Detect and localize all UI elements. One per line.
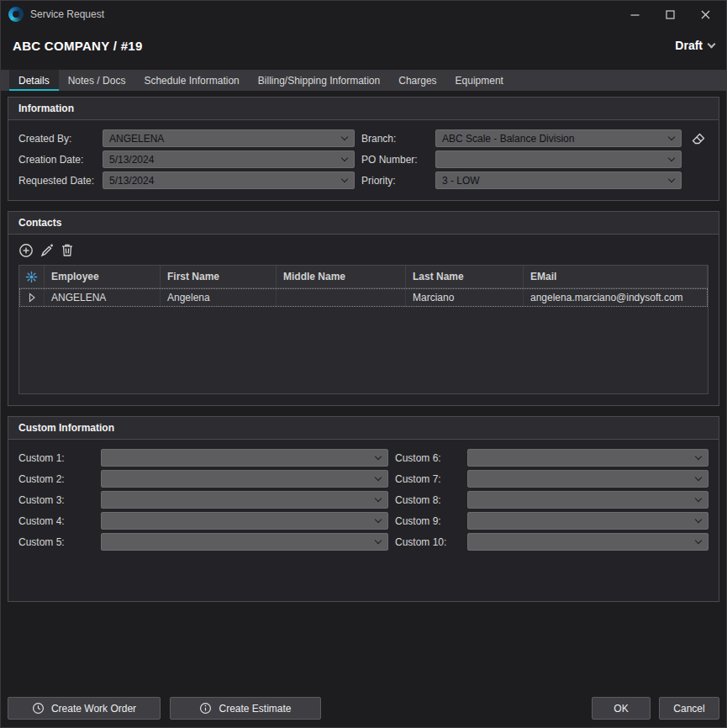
priority-label: Priority:	[361, 175, 429, 187]
window-title: Service Request	[30, 8, 104, 20]
tab-charges[interactable]: Charges	[389, 70, 445, 91]
tab-details[interactable]: Details	[9, 70, 59, 91]
contacts-grid-header: Employee First Name Middle Name Last Nam…	[19, 266, 708, 288]
cancel-button[interactable]: Cancel	[659, 697, 719, 720]
cell-middle-name	[277, 288, 406, 307]
custom-8-label: Custom 8:	[395, 494, 461, 506]
tab-equipment[interactable]: Equipment	[446, 70, 513, 91]
contacts-panel: Contacts	[8, 211, 719, 406]
cell-first-name: Angelena	[161, 288, 277, 307]
delete-contact-button[interactable]	[61, 241, 74, 259]
chevron-down-icon	[341, 154, 348, 161]
custom-10-label: Custom 10:	[395, 536, 461, 548]
status-dropdown[interactable]: Draft	[675, 39, 714, 52]
page-title: ABC COMPANY / #19	[13, 39, 143, 53]
branch-dropdown[interactable]: ABC Scale - Balance Division	[435, 129, 682, 147]
custom-2-label: Custom 2:	[18, 473, 94, 485]
custom-information-panel-title: Custom Information	[8, 417, 719, 440]
custom-4-label: Custom 4:	[18, 515, 94, 527]
expand-arrow-icon	[28, 293, 36, 303]
edit-contact-button[interactable]	[40, 241, 55, 259]
chevron-down-icon	[695, 452, 702, 459]
column-header-first-name[interactable]: First Name	[161, 266, 277, 288]
chevron-down-icon	[668, 175, 675, 182]
clock-icon	[32, 702, 45, 715]
close-button[interactable]	[687, 2, 723, 27]
tab-billing-shipping-information[interactable]: Billing/Shipping Information	[249, 70, 389, 91]
grid-empty-area	[19, 307, 708, 393]
chevron-down-icon	[708, 40, 716, 48]
column-header-email[interactable]: EMail	[524, 266, 708, 288]
branch-label: Branch:	[361, 133, 429, 145]
chevron-down-icon	[695, 536, 702, 543]
information-panel-title: Information	[8, 98, 719, 120]
create-work-order-button[interactable]: Create Work Order	[8, 697, 161, 720]
creation-date-value: 5/13/2024	[109, 154, 154, 166]
contact-table-row[interactable]: ANGELENA Angelena Marciano angelena.marc…	[19, 288, 708, 307]
custom-6-dropdown[interactable]	[467, 449, 709, 467]
created-by-value: ANGELENA	[109, 133, 164, 145]
info-icon	[199, 702, 212, 715]
custom-9-dropdown[interactable]	[467, 512, 709, 530]
create-estimate-button[interactable]: Create Estimate	[170, 697, 321, 720]
tab-schedule-information[interactable]: Schedule Information	[134, 70, 248, 91]
contacts-grid: Employee First Name Middle Name Last Nam…	[18, 265, 709, 394]
column-header-last-name[interactable]: Last Name	[406, 266, 524, 288]
custom-6-label: Custom 6:	[395, 452, 461, 464]
ok-button[interactable]: OK	[592, 697, 651, 720]
chevron-down-icon	[341, 175, 348, 182]
clear-branch-button[interactable]	[688, 129, 709, 147]
column-header-employee[interactable]: Employee	[45, 266, 161, 288]
custom-5-dropdown[interactable]	[101, 533, 388, 551]
chevron-down-icon	[695, 473, 702, 480]
minimize-button[interactable]	[617, 2, 652, 27]
custom-7-label: Custom 7:	[395, 473, 461, 485]
requested-date-value: 5/13/2024	[109, 175, 154, 187]
po-number-label: PO Number:	[361, 154, 429, 166]
service-request-window: Service Request ABC COMPANY / #19 Draft …	[0, 0, 727, 728]
custom-2-dropdown[interactable]	[101, 470, 388, 488]
chevron-down-icon	[375, 494, 382, 501]
requested-date-dropdown[interactable]: 5/13/2024	[103, 171, 355, 189]
edit-wand-icon	[40, 243, 55, 258]
create-estimate-label: Create Estimate	[219, 703, 291, 715]
chevron-down-icon	[341, 133, 348, 140]
custom-1-dropdown[interactable]	[101, 449, 388, 467]
chevron-down-icon	[668, 154, 675, 161]
cell-last-name: Marciano	[406, 288, 524, 307]
cell-employee: ANGELENA	[45, 288, 161, 307]
custom-8-dropdown[interactable]	[467, 491, 709, 509]
po-number-dropdown[interactable]	[435, 150, 682, 168]
creation-date-dropdown[interactable]: 5/13/2024	[103, 150, 355, 168]
status-badge: Draft	[675, 39, 703, 52]
information-panel: Information Created By: ANGELENA Branch:…	[8, 97, 719, 201]
custom-4-dropdown[interactable]	[101, 512, 388, 530]
tab-notes-docs[interactable]: Notes / Docs	[59, 70, 135, 91]
close-icon	[701, 10, 710, 19]
priority-value: 3 - LOW	[442, 175, 480, 187]
maximize-icon	[666, 10, 675, 19]
details-tab-content: Information Created By: ANGELENA Branch:…	[1, 91, 726, 727]
cell-email: angelena.marciano@indysoft.com	[524, 288, 708, 307]
add-contact-button[interactable]	[18, 241, 34, 259]
footer-bar: Create Work Order Create Estimate OK Can…	[1, 697, 726, 727]
maximize-button[interactable]	[652, 2, 687, 27]
created-by-dropdown[interactable]: ANGELENA	[103, 129, 355, 147]
create-work-order-label: Create Work Order	[51, 703, 136, 715]
grid-customize-button[interactable]	[19, 266, 45, 288]
row-expand-button[interactable]	[19, 288, 45, 307]
trash-icon	[61, 243, 74, 257]
titlebar: Service Request	[1, 1, 726, 28]
chevron-down-icon	[375, 515, 382, 522]
custom-10-dropdown[interactable]	[467, 533, 709, 551]
priority-dropdown[interactable]: 3 - LOW	[435, 171, 682, 189]
column-header-middle-name[interactable]: Middle Name	[277, 266, 406, 288]
chevron-down-icon	[375, 473, 382, 480]
chevron-down-icon	[695, 515, 702, 522]
custom-1-label: Custom 1:	[18, 452, 94, 464]
custom-3-dropdown[interactable]	[101, 491, 388, 509]
grid-options-icon	[25, 271, 38, 283]
custom-7-dropdown[interactable]	[467, 470, 709, 488]
app-logo-icon	[8, 7, 24, 22]
eraser-icon	[691, 132, 706, 145]
